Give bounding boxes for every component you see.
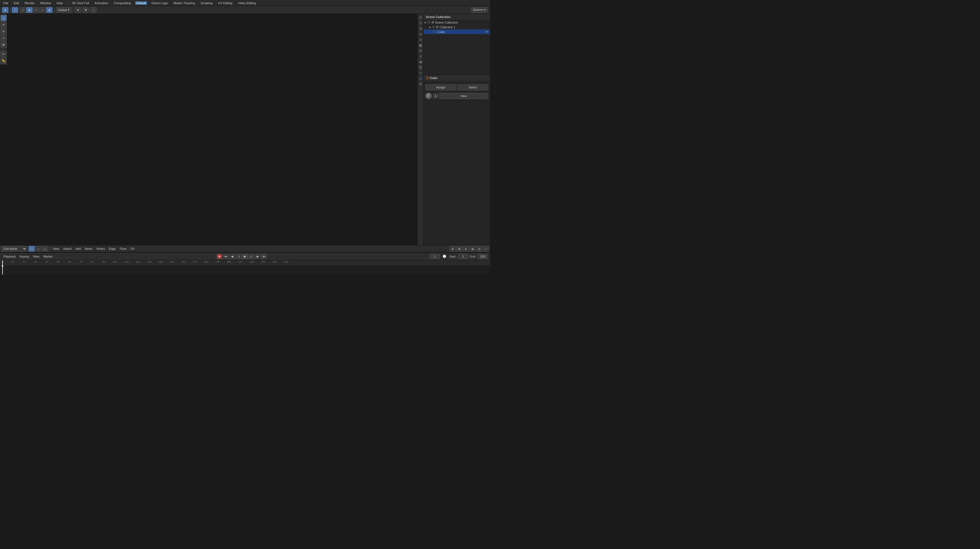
outliner-item-scene-collection[interactable]: ▶ ☑ ⊞ Scene Collection [424,20,490,25]
transform-icon-5[interactable]: ■ [46,7,52,13]
pivot-icon[interactable]: ⊕ [75,7,81,13]
tl-playback[interactable]: Playback [2,255,17,258]
next-keyframe-btn[interactable]: ▷ [248,254,254,259]
collection1-arrow: ▶ [429,26,431,29]
outliner-panel: Scene Collection ▶ ☑ ⊞ Scene Collection … [424,14,490,75]
render-display-icon[interactable]: ◎ [476,246,482,251]
shading-props-icon[interactable]: ⊕ [418,81,423,87]
menu-motiontracking[interactable]: Motion Tracking [172,2,196,5]
timeline-track[interactable] [0,266,490,274]
select-tool-btn[interactable]: ⊹ [0,15,7,21]
bt-face[interactable]: Face [119,247,127,251]
modifier-props-icon[interactable]: ⚙ [418,48,423,53]
tl-keying[interactable]: Keying [19,255,30,258]
prev-keyframe-btn[interactable]: ◁ [236,254,242,259]
start-frame-input[interactable] [458,254,468,259]
prev-frame-btn[interactable]: ◀ [229,254,235,259]
constraints-props-icon[interactable]: ⛓ [418,65,423,70]
data-props-icon[interactable]: ∿ [418,70,423,75]
viewlayer-props-icon[interactable]: ⊞ [418,26,423,31]
solid-display-icon[interactable]: ● [463,246,469,251]
bt-select[interactable]: Select [62,247,73,251]
frame-num-40: 40 [46,260,48,263]
bt-edge[interactable]: Edge [108,247,117,251]
snap-icon[interactable]: ⊞ [83,7,89,13]
tl-view[interactable]: View [32,255,40,258]
menu-videoediting[interactable]: Video Editing [237,2,257,5]
global-icon: ▾ [68,8,69,12]
frame-num-90: 90 [102,260,105,263]
current-frame-input[interactable] [430,254,440,259]
record-btn[interactable]: ⏺ [217,254,222,259]
material-display-icon[interactable]: ◍ [469,246,476,251]
bt-uv[interactable]: UV [129,247,136,251]
viewport-area: ⊹ ✛ ↻ ⤢ ⊞ ✏ 📏 User Orthographic (1) Cube [0,14,417,245]
material-new-button[interactable]: New [439,93,488,99]
annotate-tool-btn[interactable]: ✏ [0,51,7,57]
outliner-item-collection1[interactable]: ▶ ☑ ⊞ Collection 1 [424,25,490,29]
transform-tool-btn[interactable]: ⊞ [0,41,7,48]
transform-icon-2[interactable]: ■ [26,7,32,13]
scene-props-icon[interactable]: ⊚ [418,32,423,36]
frame-num-240: 240 [272,260,277,263]
transform-icon-4[interactable]: □ [40,7,46,13]
menu-render[interactable]: Render [24,2,36,5]
rotate-tool-btn[interactable]: ↻ [0,28,7,34]
bt-mesh[interactable]: Mesh [84,247,94,251]
cube-label: Cube [438,30,445,33]
move-tool-btn[interactable]: ✛ [0,22,7,28]
menu-file[interactable]: File [2,2,10,5]
proportional-icon[interactable]: ○ [91,7,97,13]
outliner-item-cube[interactable]: ⬡ Cube 👁 [424,29,490,34]
menu-scripting[interactable]: Scripting [199,2,214,5]
assign-button[interactable]: Assign [425,84,457,90]
edge-select-mode[interactable]: — [35,246,41,251]
physics-props-icon[interactable]: ◉ [418,59,423,64]
cube-visibility-icon[interactable]: 👁 [485,30,488,33]
menu-uvediting[interactable]: UV Editing [217,2,234,5]
scene-collection-arrow: ▶ [425,21,427,24]
material-add-slot-button[interactable]: + [433,94,438,98]
menu-gamelogic[interactable]: Game Logic [150,2,169,5]
mode-select-dropdown[interactable]: Edit Mode Object Mode Sculpt Mode [1,246,27,251]
overlay-icon[interactable]: ⊚ [450,246,456,251]
jump-end-btn[interactable]: ⏭ [261,254,267,259]
tl-marker[interactable]: Marker [42,255,54,258]
menu-window[interactable]: Window [39,2,52,5]
menu-help[interactable]: Help [56,2,64,5]
jump-start-btn[interactable]: ⏮ [223,254,229,259]
vertex-select-mode[interactable]: □ [29,246,35,251]
menu-compositing[interactable]: Compositing [113,2,132,5]
menu-edit[interactable]: Edit [13,2,20,5]
xray-icon[interactable]: ⊞ [456,246,462,251]
bt-view[interactable]: View [52,247,60,251]
global-dropdown[interactable]: Global ▾ [56,7,71,13]
menu-animation[interactable]: Animation [94,2,109,5]
object-props-icon[interactable]: ▣ [418,43,423,48]
options-button[interactable]: Options ▾ [471,7,488,13]
menu-default[interactable]: Default [135,2,147,5]
play-btn[interactable]: ▶ [242,254,248,259]
face-select-mode[interactable]: △ [42,246,48,251]
material-props-icon[interactable]: ⬡ [418,76,423,81]
scale-tool-btn[interactable]: ⤢ [0,35,7,41]
transform-icon-3[interactable]: □ [33,7,39,13]
render-props-icon[interactable]: ⊟ [418,15,423,20]
transform-icon-1[interactable]: □ [20,7,26,13]
world-props-icon[interactable]: ⊙ [418,37,423,42]
bt-vertex[interactable]: Vertex [95,247,106,251]
next-frame-btn[interactable]: ▶ [255,254,261,259]
menu-3dview[interactable]: 3D View Full [71,2,91,5]
bt-add[interactable]: Add [74,247,82,251]
particles-props-icon[interactable]: ✦ [418,54,423,59]
frame-num-130: 130 [147,260,151,263]
cursor-icon[interactable]: ⊹ [12,7,18,13]
measure-tool-btn[interactable]: 📏 [0,58,7,64]
end-frame-input[interactable] [478,254,488,259]
wireframe-display-icon[interactable]: ○ [483,246,489,251]
mode-icon[interactable]: ◈ [2,7,8,13]
timeline-content[interactable]: 1 10 20 30 40 50 60 70 80 90 100 110 120… [0,260,490,274]
output-props-icon[interactable]: ⊡ [418,21,423,25]
select-button[interactable]: Select [458,84,488,90]
frame-num-160: 160 [181,260,186,263]
